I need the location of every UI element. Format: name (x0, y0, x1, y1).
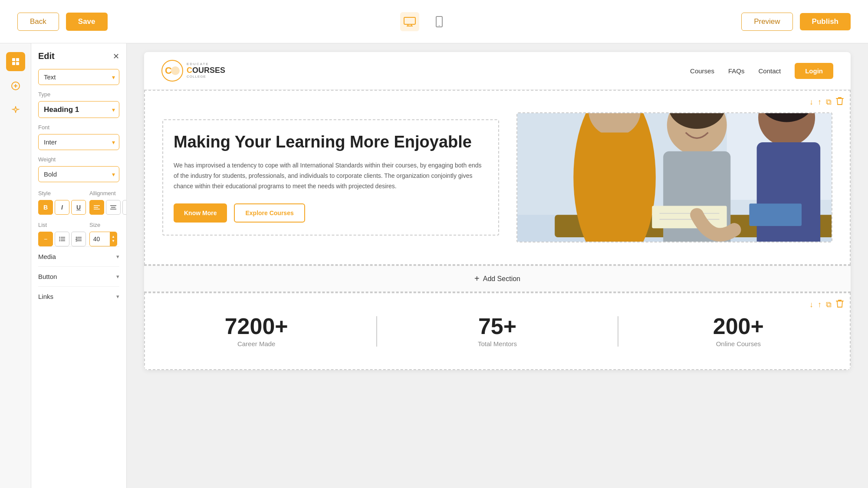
know-more-button[interactable]: Know More (174, 203, 227, 223)
svg-rect-9 (16, 62, 19, 65)
stats-move-down-button[interactable]: ↓ (809, 299, 813, 310)
button-section-header[interactable]: Button ▾ (38, 273, 119, 280)
stat-divider-2 (618, 316, 618, 347)
device-switcher (400, 12, 449, 31)
desktop-view-button[interactable] (400, 12, 419, 31)
size-arrows[interactable]: ▲ ▼ (110, 232, 117, 246)
stat-mentors: 75+ Total Mentors (403, 315, 591, 347)
align-left-button[interactable] (89, 200, 104, 215)
add-section-button[interactable]: + Add Section (474, 274, 520, 284)
main-layout: Edit ✕ Text Type Heading 1 Font Inter We… (0, 43, 868, 488)
style-buttons: B I U (38, 200, 86, 215)
links-section-header[interactable]: Links ▾ (38, 293, 119, 300)
add-section-label: Add Section (483, 275, 520, 283)
magic-icon-button[interactable] (6, 101, 25, 120)
site-nav-links: Courses FAQs Contact Login (690, 63, 833, 79)
logo-text-group: EDUCATE COURSES COLLEGE (187, 62, 225, 79)
size-section-label: Size (89, 222, 117, 228)
edit-panel-header: Edit ✕ (38, 51, 119, 61)
hero-copy-button[interactable]: ⧉ (826, 97, 832, 108)
site-nav: C EDUCATE COURSES COLLEGE Courses FAQs C… (144, 52, 851, 90)
button-section: Button ▾ (38, 266, 119, 286)
type-dropdown[interactable]: Text (38, 69, 119, 85)
nav-courses[interactable]: Courses (690, 67, 714, 75)
stats-section-actions: ↓ ↑ ⧉ (809, 299, 844, 310)
nav-faqs[interactable]: FAQs (728, 67, 745, 75)
stats-delete-button[interactable] (836, 299, 844, 310)
publish-button[interactable]: Publish (800, 13, 851, 30)
media-section: Media ▾ (38, 246, 119, 266)
type-dropdown-wrapper: Text (38, 69, 119, 85)
list-buttons: − 123 (38, 232, 86, 246)
alignment-section-label: Allignment (89, 190, 127, 197)
preview-button[interactable]: Preview (741, 13, 792, 31)
font-label: Font (38, 124, 119, 131)
hero-buttons: Know More Explore Courses (174, 203, 488, 223)
close-edit-panel-button[interactable]: ✕ (113, 52, 119, 61)
weight-dropdown-wrapper: Bold (38, 166, 119, 182)
alignment-group: Allignment (89, 188, 127, 220)
top-bar-left: Back Save (17, 13, 108, 31)
hero-move-up-button[interactable]: ↑ (818, 97, 822, 108)
stats-move-up-button[interactable]: ↑ (818, 299, 822, 310)
logo-bottom: COLLEGE (187, 75, 225, 79)
svg-text:3: 3 (76, 239, 77, 242)
size-down-arrow[interactable]: ▼ (112, 239, 115, 243)
stat-divider-1 (376, 316, 377, 347)
layers-icon-button[interactable] (6, 52, 25, 71)
weight-dropdown[interactable]: Bold (38, 166, 119, 182)
site-logo: C EDUCATE COURSES COLLEGE (161, 60, 225, 82)
add-section-plus-icon: + (474, 274, 480, 284)
stat-careers: 7200+ Career Made (162, 315, 350, 347)
links-label: Links (38, 293, 53, 300)
explore-courses-button[interactable]: Explore Courses (234, 203, 305, 223)
save-button[interactable]: Save (66, 13, 108, 31)
svg-point-26 (59, 239, 60, 239)
svg-point-27 (59, 240, 60, 241)
button-label: Button (38, 273, 57, 280)
logo-svg: C (161, 60, 183, 82)
stat-careers-label: Career Made (162, 340, 350, 347)
list-dash-button[interactable]: − (38, 232, 53, 246)
size-up-arrow[interactable]: ▲ (112, 235, 115, 239)
back-button[interactable]: Back (17, 13, 59, 31)
links-section: Links ▾ (38, 286, 119, 306)
underline-button[interactable]: U (71, 200, 86, 215)
size-input[interactable]: 40 (90, 236, 110, 242)
edit-panel-title: Edit (38, 51, 55, 61)
hero-delete-button[interactable] (836, 97, 844, 108)
list-group: List − 123 (38, 220, 86, 246)
stat-careers-number: 7200+ (162, 315, 350, 337)
hero-description: We has improvised a tendency to cope wit… (174, 160, 488, 191)
stat-courses: 200+ Online Courses (644, 315, 832, 347)
svg-rect-0 (404, 17, 415, 24)
hero-move-down-button[interactable]: ↓ (809, 97, 813, 108)
size-input-wrapper: 40 ▲ ▼ (89, 232, 117, 246)
nav-contact[interactable]: Contact (758, 67, 781, 75)
svg-point-25 (59, 237, 60, 238)
align-center-button[interactable] (106, 200, 121, 215)
svg-text:C: C (165, 65, 172, 76)
svg-rect-54 (517, 113, 832, 242)
heading-dropdown[interactable]: Heading 1 (38, 101, 119, 118)
media-chevron-icon: ▾ (116, 253, 119, 260)
bold-button[interactable]: B (38, 200, 53, 215)
classroom-image (517, 113, 832, 242)
list-section-label: List (38, 222, 86, 228)
add-element-icon-button[interactable] (6, 76, 25, 95)
links-chevron-icon: ▾ (116, 293, 119, 300)
italic-button[interactable]: I (55, 200, 69, 215)
svg-point-5 (439, 25, 440, 26)
list-ordered-button[interactable] (55, 232, 69, 246)
hero-content: Making Your Learning More Enjoyable We h… (162, 119, 499, 236)
mobile-view-button[interactable] (430, 12, 449, 31)
media-section-header[interactable]: Media ▾ (38, 253, 119, 260)
align-right-button[interactable] (122, 200, 127, 215)
stats-copy-button[interactable]: ⧉ (826, 299, 832, 310)
nav-login-button[interactable]: Login (795, 63, 833, 79)
weight-label: Weight (38, 156, 119, 163)
top-bar: Back Save Preview Publish (0, 0, 868, 43)
font-dropdown[interactable]: Inter (38, 134, 119, 150)
hero-image-area (516, 112, 832, 242)
list-unordered-button[interactable]: 123 (71, 232, 86, 246)
